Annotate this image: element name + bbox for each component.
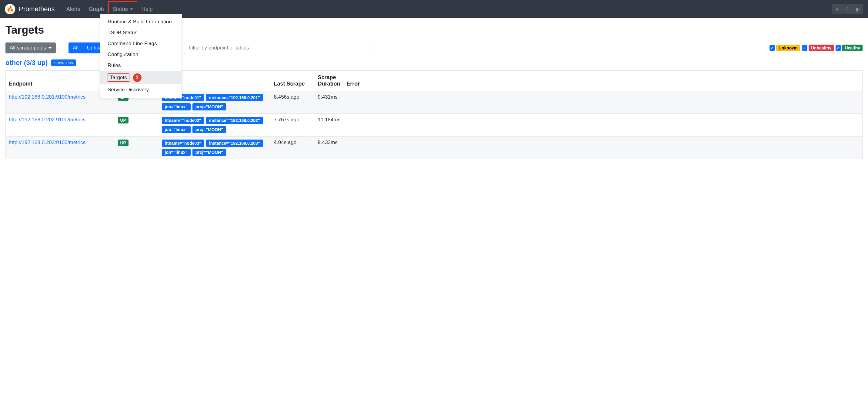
theme-dark-button[interactable]: ☾ [842,4,852,13]
badge-unhealthy: Unhealthy [809,45,834,51]
nav-help[interactable]: Help [137,4,157,15]
table-row: http://192.168.0.203:9100/metricsUPhtnam… [6,137,863,159]
status-menu-targets-label: Targets [107,74,129,82]
state-badge: UP [118,117,128,123]
error-cell [343,114,862,137]
th-last-scrape: Last Scrape [271,71,315,91]
endpoint-link[interactable]: http://192.168.0.202:9100/metrics [9,117,86,122]
label-pill: instance="192.168.0.201" [206,94,263,101]
duration-cell: 11.184ms [315,114,344,137]
status-menu-flags[interactable]: Command-Line Flags [100,38,182,49]
state-badge: UP [118,140,128,146]
label-pill: proj="MOON" [192,149,226,156]
contrast-icon: ◐ [856,6,860,12]
error-cell [343,137,862,159]
status-menu-config[interactable]: Configuration [100,49,182,60]
labels-container: htname="node03"instance="192.168.0.203"j… [162,140,268,156]
scrape-pools-label: All scrape pools [10,45,46,51]
nav-graph[interactable]: Graph [85,4,108,15]
label-pill: proj="MOON" [192,126,226,133]
label-pill: job="linux" [162,126,191,133]
status-menu-sd[interactable]: Service Discovery [100,84,182,95]
status-menu-targets[interactable]: Targets 2 [100,71,182,84]
prometheus-logo-icon: 🔥 [5,4,15,14]
theme-light-button[interactable]: ☀ [832,4,842,13]
filter-input[interactable] [184,42,373,54]
error-cell [343,91,862,114]
filter-all-button[interactable]: All [68,43,83,53]
endpoint-link[interactable]: http://192.168.0.201:9100/metrics [9,94,86,100]
label-pill: htname="node03" [162,140,204,147]
moon-icon: ☾ [845,6,849,12]
status-menu-runtime[interactable]: Runtime & Build Information [100,17,182,27]
th-endpoint: Endpoint [6,71,115,91]
legend-unknown[interactable]: ✓ Unknown [770,45,800,51]
endpoint-link[interactable]: http://192.168.0.203:9100/metrics [9,140,86,145]
brand[interactable]: 🔥 Prometheus [5,4,55,14]
last-scrape-cell: 4.94s ago [271,137,315,159]
status-menu-tsdb[interactable]: TSDB Status [100,27,182,38]
status-menu-rules[interactable]: Rules [100,60,182,71]
duration-cell: 9.433ms [315,137,344,159]
callout-two: 2 [133,74,142,82]
duration-cell: 9.431ms [315,91,344,114]
label-pill: job="linux" [162,149,191,156]
badge-healthy: Healthy [842,45,863,51]
chevron-down-icon [49,47,52,49]
label-pill: job="linux" [162,103,191,110]
label-pill: instance="192.168.0.202" [206,117,263,124]
label-pill: proj="MOON" [192,103,226,110]
check-icon: ✓ [836,45,841,51]
legend: ✓ Unknown ✓ Unhealthy ✓ Healthy [770,45,863,51]
theme-auto-button[interactable]: ◐ [853,4,863,13]
th-scrape-duration: Scrape Duration [315,71,344,91]
last-scrape-cell: 8.456s ago [271,91,315,114]
show-less-button[interactable]: show less [51,59,76,66]
scrape-pools-dropdown[interactable]: All scrape pools [5,43,56,53]
pool-title[interactable]: other (3/3 up) [5,59,48,67]
brand-text: Prometheus [19,5,55,13]
legend-unhealthy[interactable]: ✓ Unhealthy [802,45,834,51]
last-scrape-cell: 7.767s ago [271,114,315,137]
check-icon: ✓ [802,45,807,51]
nav-status-label: Status [113,6,128,12]
badge-unknown: Unknown [776,45,800,51]
theme-switcher: ☀ ☾ ◐ [832,4,863,14]
chevron-down-icon [130,8,133,10]
table-row: http://192.168.0.202:9100/metricsUPhtnam… [6,114,863,137]
status-dropdown: Runtime & Build Information TSDB Status … [100,13,182,98]
labels-container: htname="node02"instance="192.168.0.202"j… [162,117,268,133]
label-pill: htname="node02" [162,117,204,124]
nav-alerts[interactable]: Alerts [62,4,85,15]
label-pill: instance="192.168.0.203" [206,140,263,147]
th-error: Error [343,71,862,91]
check-icon: ✓ [770,45,775,51]
legend-healthy[interactable]: ✓ Healthy [836,45,863,51]
sun-icon: ☀ [835,6,839,12]
